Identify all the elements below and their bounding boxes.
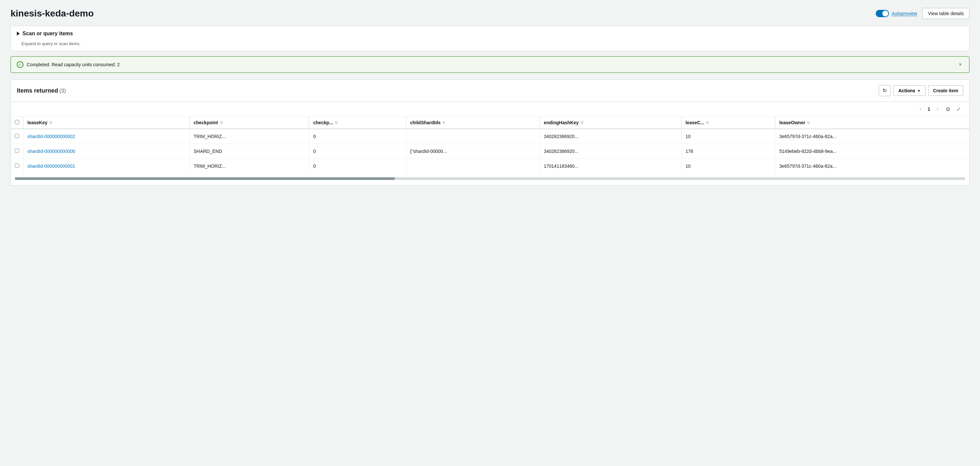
th-childshard-label: childShardIds [410, 120, 441, 125]
row-checkbox-cell[interactable] [11, 129, 24, 144]
success-banner: ✓ Completed. Read capacity units consume… [11, 56, 969, 73]
table-body: shardId-000000000002TRIM_HORIZ...0340282… [11, 129, 969, 173]
th-leasekey-label: leaseKey [27, 120, 48, 125]
refresh-icon: ↻ [883, 88, 887, 94]
cell-childshardids: {"shardId-00000... [406, 144, 539, 159]
row-checkbox-cell[interactable] [11, 159, 24, 174]
scan-panel-title: Scan or query items [22, 31, 73, 36]
th-leaseowner-label: leaseOwner [780, 120, 805, 125]
data-table: leaseKey ▽ checkpoint ▽ [11, 117, 969, 173]
leasekey-sort-icon: ▽ [49, 121, 52, 125]
items-header: Items returned (3) ↻ Actions ▼ Create it… [11, 80, 969, 102]
cell-leasekey[interactable]: shardId-000000000001 [24, 159, 190, 174]
table-header-row: leaseKey ▽ checkpoint ▽ [11, 117, 969, 129]
close-banner-button[interactable]: × [958, 62, 963, 68]
success-icon: ✓ [17, 61, 24, 68]
cell-leaseowner: 3e65797d-371c-460a-82a... [775, 159, 969, 174]
chevron-right-icon: › [937, 107, 938, 111]
success-message: Completed. Read capacity units consumed:… [27, 62, 120, 67]
actions-chevron-icon: ▼ [917, 89, 921, 93]
view-table-details-button[interactable]: View table details [922, 8, 969, 19]
checkp-sort-icon: ▽ [335, 121, 337, 125]
th-leaseowner[interactable]: leaseOwner ▽ [775, 117, 969, 129]
pagination-row: ‹ 1 › ⚙ ⤢ [11, 102, 969, 117]
leasec-sort-icon: ▽ [706, 121, 709, 125]
leasekey-link[interactable]: shardId-000000000001 [27, 163, 75, 169]
actions-button[interactable]: Actions ▼ [893, 86, 925, 96]
cell-checkpoint: SHARD_END [189, 144, 309, 159]
table-container: leaseKey ▽ checkpoint ▽ [11, 117, 969, 175]
cell-childshardids [406, 129, 539, 144]
gear-icon: ⚙ [946, 106, 950, 113]
header-actions: Autopreview View table details [876, 8, 969, 19]
cell-leaseowner: 3e65797d-371c-460a-82a... [775, 129, 969, 144]
th-checkp-label: checkp... [313, 120, 333, 125]
items-count: (3) [59, 88, 66, 94]
endinghashkey-sort-icon: ▽ [581, 121, 583, 125]
autopreview-label[interactable]: Autopreview [892, 11, 917, 16]
table-row: shardId-000000000000SHARD_END0{"shardId-… [11, 144, 969, 159]
refresh-button[interactable]: ↻ [879, 85, 891, 96]
th-leasekey[interactable]: leaseKey ▽ [24, 117, 190, 129]
scan-panel: Scan or query items Expand to query or s… [11, 26, 969, 51]
leasekey-link[interactable]: shardId-000000000002 [27, 134, 75, 139]
cell-endinghashkey: 340282366920... [539, 129, 681, 144]
create-item-button[interactable]: Create item [928, 86, 963, 96]
leaseowner-sort-icon: ▽ [807, 121, 810, 125]
cell-childshardids [406, 159, 539, 174]
page-number: 1 [926, 106, 932, 112]
leasekey-link[interactable]: shardId-000000000000 [27, 149, 75, 154]
autopreview-toggle[interactable]: Autopreview [876, 10, 917, 17]
th-endinghashkey-label: endingHashKey [544, 120, 579, 125]
scroll-thumb[interactable] [15, 177, 395, 180]
cell-endinghashkey: 170141183460... [539, 159, 681, 174]
cell-checkpoint: TRIM_HORIZ... [189, 159, 309, 174]
cell-checkp: 0 [309, 159, 406, 174]
horizontal-scrollbar[interactable] [15, 177, 965, 180]
select-all-checkbox[interactable] [15, 120, 19, 124]
collapse-button[interactable]: ⤢ [954, 105, 963, 114]
next-page-button[interactable]: › [933, 105, 942, 114]
cell-leasekey[interactable]: shardId-000000000002 [24, 129, 190, 144]
items-title-area: Items returned (3) [17, 87, 66, 94]
scan-panel-toggle[interactable]: Scan or query items [11, 26, 969, 41]
chevron-left-icon: ‹ [920, 107, 921, 111]
row-checkbox[interactable] [15, 163, 19, 168]
actions-label: Actions [898, 88, 915, 93]
table-settings-button[interactable]: ⚙ [943, 105, 953, 114]
items-title: Items returned [17, 87, 58, 94]
checkpoint-sort-icon: ▽ [220, 121, 223, 125]
cell-endinghashkey: 340282366920... [539, 144, 681, 159]
row-checkbox[interactable] [15, 149, 19, 153]
cell-leasekey[interactable]: shardId-000000000000 [24, 144, 190, 159]
cell-leasec: 10 [681, 129, 775, 144]
cell-checkp: 0 [309, 144, 406, 159]
success-banner-content: ✓ Completed. Read capacity units consume… [17, 61, 120, 68]
items-section: Items returned (3) ↻ Actions ▼ Create it… [11, 79, 969, 185]
expand-icon [17, 32, 20, 36]
scan-panel-subtitle: Expand to query or scan items. [11, 41, 969, 51]
prev-page-button[interactable]: ‹ [916, 105, 925, 114]
page-title: kinesis-keda-demo [11, 8, 94, 19]
th-checkp[interactable]: checkp... ▽ [309, 117, 406, 129]
th-select-all[interactable] [11, 117, 24, 129]
collapse-icon: ⤢ [956, 106, 961, 112]
th-childshard[interactable]: childShardIds ▽ [406, 117, 539, 129]
table-row: shardId-000000000002TRIM_HORIZ...0340282… [11, 129, 969, 144]
row-checkbox-cell[interactable] [11, 144, 24, 159]
cell-leaseowner: 5149ebeb-922d-4bb8-9ea... [775, 144, 969, 159]
th-leasec-label: leaseC... [686, 120, 705, 125]
th-checkpoint[interactable]: checkpoint ▽ [189, 117, 309, 129]
cell-leasec: 178 [681, 144, 775, 159]
items-toolbar: ↻ Actions ▼ Create item [879, 85, 963, 96]
th-checkpoint-label: checkpoint [194, 120, 218, 125]
th-endinghashkey[interactable]: endingHashKey ▽ [539, 117, 681, 129]
cell-checkp: 0 [309, 129, 406, 144]
row-checkbox[interactable] [15, 134, 19, 138]
th-leasec[interactable]: leaseC... ▽ [681, 117, 775, 129]
page-header: kinesis-keda-demo Autopreview View table… [11, 8, 969, 19]
autopreview-switch[interactable] [876, 10, 889, 17]
cell-leasec: 10 [681, 159, 775, 174]
childshard-sort-icon: ▽ [442, 121, 445, 125]
table-row: shardId-000000000001TRIM_HORIZ...0170141… [11, 159, 969, 174]
